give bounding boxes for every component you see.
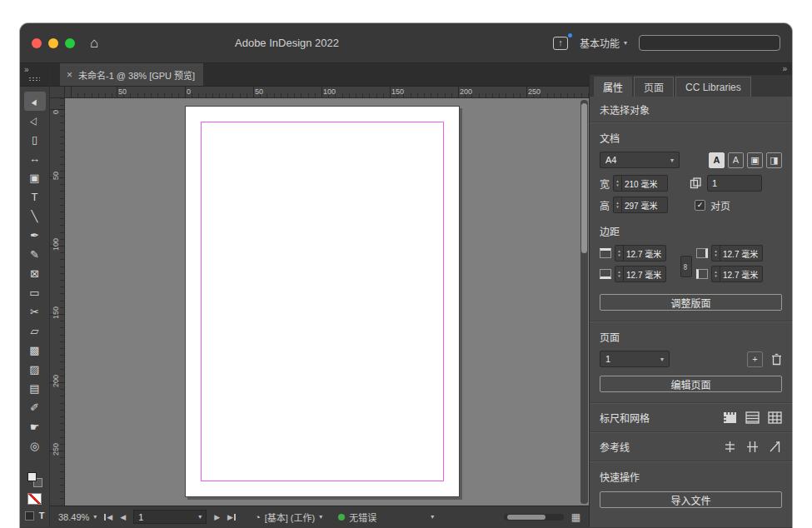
first-page-button[interactable]: ◀ [104, 513, 112, 521]
page-count-field[interactable]: 1 [707, 175, 762, 192]
show-guides-icon[interactable] [723, 441, 737, 453]
facing-pages-checkbox[interactable]: ✓ [695, 200, 705, 211]
lock-guides-icon[interactable] [745, 441, 760, 453]
previous-page-button[interactable]: ◀ [120, 513, 126, 521]
portrait-orientation-icon[interactable]: A [709, 152, 725, 168]
collapse-tools-icon[interactable]: » [24, 66, 49, 74]
bleed-slug-icon[interactable]: ◨ [766, 152, 782, 168]
close-document-icon[interactable]: × [67, 69, 72, 81]
selection-tool[interactable]: ► [24, 92, 46, 111]
horizontal-ruler[interactable]: 50 0 50 100 150 200 250 [65, 87, 589, 98]
top-margin-field[interactable]: ▴▾ 12.7 毫米 [615, 245, 666, 262]
preflight-menu[interactable]: ◔ [基本] (工作) ▾ [255, 511, 322, 524]
color-theme-tool[interactable]: ✐ [24, 398, 46, 417]
page-count-value: 1 [712, 178, 717, 188]
note-tool[interactable]: ▤ [24, 379, 46, 398]
pasteboard[interactable] [65, 98, 589, 506]
preflight-status[interactable]: 无错误 [338, 511, 376, 524]
guides-label: 参考线 [600, 440, 630, 454]
ruler-origin-corner[interactable] [50, 87, 65, 98]
smart-guides-icon[interactable] [768, 441, 782, 453]
h-ruler-label: 150 [391, 87, 404, 96]
divider [590, 122, 792, 122]
zoom-tool[interactable]: ◎ [24, 436, 46, 456]
vertical-scrollbar[interactable] [580, 100, 588, 504]
outside-margin-value: 12.7 毫米 [720, 266, 760, 281]
page-size-preset-dropdown[interactable]: A4 ▾ [600, 152, 680, 168]
document-page[interactable] [185, 106, 460, 497]
tools-drag-grip[interactable] [28, 77, 40, 82]
page-tool[interactable]: ▯ [24, 130, 46, 149]
adjust-layout-button[interactable]: 调整版面 [600, 294, 782, 311]
next-page-button[interactable]: ▶ [214, 513, 220, 521]
margins-columns-icon[interactable]: ▣ [747, 152, 763, 168]
tab-properties[interactable]: 属性 [594, 77, 632, 97]
baseline-grid-icon[interactable] [745, 411, 760, 424]
chevron-down-icon[interactable]: ▾ [431, 513, 434, 521]
outside-margin-field[interactable]: ▴▾ 12.7 毫米 [711, 266, 763, 282]
pen-tool[interactable]: ✒ [24, 226, 46, 245]
fill-stroke-proxy[interactable] [27, 472, 42, 487]
width-stepper[interactable]: ▴▾ [614, 176, 622, 191]
gradient-feather-tool[interactable]: ▨ [24, 360, 46, 379]
workspace-switcher[interactable]: 基本功能 ▾ [580, 36, 627, 50]
document-grid-icon[interactable] [768, 411, 782, 424]
v-ruler-label: 50 [52, 172, 60, 180]
close-window-button[interactable] [32, 38, 42, 48]
minimize-window-button[interactable] [48, 38, 58, 48]
direct-selection-tool[interactable]: ▷ [24, 111, 46, 130]
gradient-swatch-tool[interactable]: ▩ [24, 341, 46, 360]
horizontal-scrollbar[interactable] [504, 514, 564, 521]
bottom-margin-field[interactable]: ▴▾ 12.7 毫米 [615, 266, 666, 282]
apply-none-swatch[interactable] [27, 493, 42, 505]
line-tool[interactable]: ╲ [24, 207, 46, 226]
width-field[interactable]: ▴▾ 210 毫米 [613, 175, 668, 192]
horizontal-scrollbar-thumb[interactable] [507, 515, 545, 520]
formatting-affects-container-icon[interactable] [25, 511, 34, 521]
vertical-scrollbar-thumb[interactable] [581, 103, 587, 253]
rectangle-frame-tool[interactable]: ⊠ [24, 264, 46, 283]
delete-page-icon[interactable] [771, 353, 782, 366]
search-input[interactable] [639, 35, 780, 51]
inside-margin-stepper[interactable]: ▴▾ [712, 246, 720, 261]
tab-cc-libraries[interactable]: CC Libraries [675, 77, 751, 97]
top-margin-stepper[interactable]: ▴▾ [615, 246, 624, 261]
link-margins-icon[interactable]: ∞ [680, 256, 692, 277]
h-ruler-label: 0 [187, 87, 191, 96]
zoom-tool-icon: ◎ [30, 440, 39, 452]
landscape-orientation-icon[interactable]: A [728, 152, 744, 168]
rectangle-tool[interactable]: ▭ [24, 283, 46, 302]
height-field[interactable]: ▴▾ 297 毫米 [613, 197, 668, 213]
margin-guides [201, 122, 444, 481]
document-tab[interactable]: × 未命名-1 @ 38% [GPU 预览] [60, 63, 203, 86]
zoom-window-button[interactable] [65, 38, 75, 48]
page-number-dropdown[interactable]: 1 ▾ [133, 510, 207, 524]
gap-tool[interactable]: ↔ [24, 149, 46, 168]
height-stepper[interactable]: ▴▾ [614, 197, 622, 212]
pencil-tool[interactable]: ✎ [24, 245, 46, 264]
bottom-margin-stepper[interactable]: ▴▾ [615, 266, 624, 281]
hand-tool[interactable]: ☛ [24, 417, 46, 436]
vertical-ruler[interactable]: 0 50 100 150 200 250 [50, 98, 65, 506]
type-tool[interactable]: T [24, 187, 46, 207]
pages-grid-icon[interactable]: ▦ [571, 511, 580, 523]
tab-pages[interactable]: 页面 [634, 77, 674, 97]
free-transform-tool[interactable]: ▱ [24, 321, 46, 341]
selection-tool-icon: ► [28, 95, 42, 107]
share-icon[interactable]: ↑ [553, 37, 568, 50]
import-file-button[interactable]: 导入文件 [600, 491, 782, 508]
home-icon[interactable]: ⌂ [90, 35, 98, 52]
content-collector-tool[interactable]: ▣ [24, 168, 46, 187]
show-rulers-icon[interactable] [723, 411, 737, 424]
add-page-icon[interactable]: + [747, 351, 763, 367]
zoom-level-dropdown[interactable]: 38.49% ▾ [58, 512, 97, 522]
gap-tool-icon: ↔ [29, 152, 40, 165]
inside-margin-field[interactable]: ▴▾ 12.7 毫米 [711, 245, 763, 262]
outside-margin-stepper[interactable]: ▴▾ [712, 266, 720, 281]
collapse-panel-icon[interactable]: » [782, 65, 787, 75]
edit-pages-button[interactable]: 编辑页面 [600, 376, 782, 392]
formatting-affects-text-icon[interactable]: T [39, 511, 45, 521]
scissors-tool[interactable]: ✂ [24, 302, 46, 321]
current-page-dropdown[interactable]: 1 ▾ [600, 351, 670, 367]
last-page-button[interactable]: ▶ [227, 513, 236, 521]
